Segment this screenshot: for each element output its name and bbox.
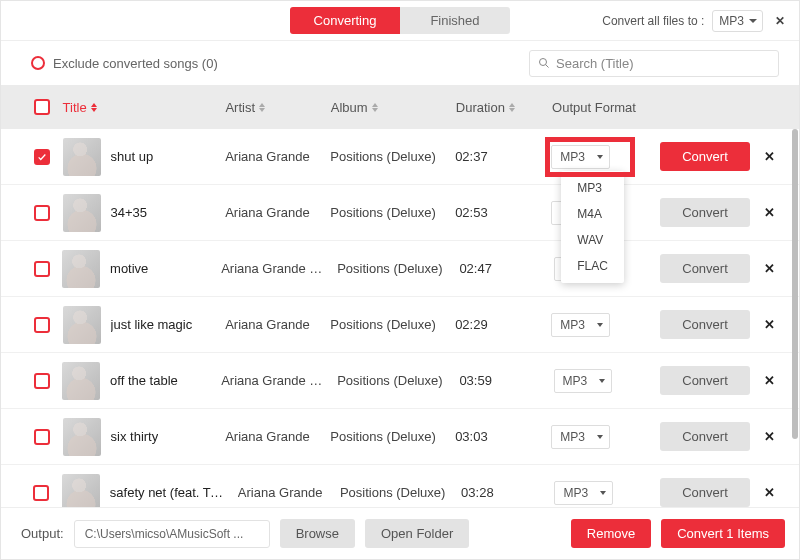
output-format-value: MP3 — [560, 318, 585, 332]
track-artist: Ariana Grande — [238, 485, 323, 500]
chevron-down-icon — [597, 435, 603, 439]
track-artist: Ariana Grande — [225, 317, 310, 332]
browse-button[interactable]: Browse — [280, 519, 355, 548]
select-all-checkbox[interactable] — [34, 99, 50, 115]
remove-row-icon[interactable]: ✕ — [760, 257, 779, 280]
app-window: Converting Finished Convert all files to… — [0, 0, 800, 560]
chevron-down-icon — [600, 491, 606, 495]
row-checkbox[interactable] — [33, 485, 49, 501]
output-format-value: MP3 — [563, 374, 588, 388]
chevron-down-icon — [597, 323, 603, 327]
convert-button[interactable]: Convert — [660, 478, 750, 507]
remove-row-icon[interactable]: ✕ — [760, 481, 779, 504]
table-row: just like magic Ariana Grande Positions … — [1, 297, 799, 353]
search-icon — [538, 57, 550, 69]
format-dropdown-panel: MP3M4AWAVFLAC — [561, 171, 624, 283]
album-thumbnail — [62, 250, 100, 288]
column-album-label: Album — [331, 100, 368, 115]
track-artist: Ariana Grande & ... — [221, 261, 327, 276]
radio-icon — [31, 56, 45, 70]
remove-row-icon[interactable]: ✕ — [760, 201, 779, 224]
tab-converting[interactable]: Converting — [290, 7, 400, 34]
convert-button[interactable]: Convert — [660, 254, 750, 283]
track-title: safety net (feat. Ty ... — [110, 485, 228, 500]
column-artist-label: Artist — [225, 100, 255, 115]
chevron-down-icon — [597, 155, 603, 159]
convert-all-select[interactable]: MP3 — [712, 10, 763, 32]
track-duration: 02:47 — [459, 261, 492, 276]
column-duration-label: Duration — [456, 100, 505, 115]
row-checkbox[interactable] — [34, 429, 50, 445]
output-format-select[interactable]: MP3 — [551, 313, 610, 337]
output-format-select[interactable]: MP3 — [551, 145, 610, 169]
convert-button[interactable]: Convert — [660, 198, 750, 227]
format-option[interactable]: WAV — [561, 227, 624, 253]
convert-all-label: Convert all files to : — [602, 14, 704, 28]
track-album: Positions (Deluxe) — [337, 373, 443, 388]
column-duration[interactable]: Duration — [456, 100, 542, 115]
row-checkbox[interactable] — [34, 261, 50, 277]
row-checkbox[interactable] — [34, 205, 50, 221]
track-album: Positions (Deluxe) — [337, 261, 443, 276]
track-title: off the table — [110, 373, 178, 388]
convert-button[interactable]: Convert — [660, 142, 750, 171]
format-option[interactable]: MP3 — [561, 175, 624, 201]
album-thumbnail — [63, 306, 101, 344]
remove-row-icon[interactable]: ✕ — [760, 425, 779, 448]
search-placeholder: Search (Title) — [556, 56, 634, 71]
output-format-select[interactable]: MP3 — [554, 481, 613, 505]
album-thumbnail — [63, 138, 101, 176]
column-title-label: Title — [63, 100, 87, 115]
close-icon[interactable]: ✕ — [771, 10, 789, 32]
top-bar: Converting Finished Convert all files to… — [1, 1, 799, 41]
sort-icon — [509, 103, 515, 112]
search-input[interactable]: Search (Title) — [529, 50, 779, 77]
exclude-label: Exclude converted songs (0) — [53, 56, 218, 71]
row-checkbox[interactable] — [34, 317, 50, 333]
output-format-select[interactable]: MP3 — [554, 369, 613, 393]
output-format-select[interactable]: MP3 — [551, 425, 610, 449]
scrollbar[interactable] — [792, 129, 798, 439]
track-title: 34+35 — [111, 205, 148, 220]
column-format-label: Output Format — [552, 100, 636, 115]
table-row: six thirty Ariana Grande Positions (Delu… — [1, 409, 799, 465]
track-album: Positions (Deluxe) — [330, 317, 436, 332]
remove-button[interactable]: Remove — [571, 519, 651, 548]
track-duration: 03:03 — [455, 429, 488, 444]
table-row: motive Ariana Grande & ... Positions (De… — [1, 241, 799, 297]
row-checkbox[interactable] — [34, 373, 50, 389]
column-output-format: Output Format — [552, 100, 651, 115]
chevron-down-icon — [749, 19, 757, 23]
open-folder-button[interactable]: Open Folder — [365, 519, 469, 548]
sort-icon — [259, 103, 265, 112]
track-album: Positions (Deluxe) — [330, 149, 436, 164]
output-path-field[interactable]: C:\Users\micso\AMusicSoft ... — [74, 520, 270, 548]
sub-bar: Exclude converted songs (0) Search (Titl… — [1, 41, 799, 85]
output-format-value: MP3 — [560, 150, 585, 164]
column-title[interactable]: Title — [63, 100, 216, 115]
convert-button[interactable]: Convert — [660, 310, 750, 339]
table-header: Title Artist Album Duration Output Forma… — [1, 85, 799, 129]
track-artist: Ariana Grande & ... — [221, 373, 327, 388]
format-option[interactable]: M4A — [561, 201, 624, 227]
table-row: 34+35 Ariana Grande Positions (Deluxe) 0… — [1, 185, 799, 241]
format-option[interactable]: FLAC — [561, 253, 624, 279]
row-checkbox[interactable] — [34, 149, 50, 165]
track-duration: 02:29 — [455, 317, 488, 332]
table-row: off the table Ariana Grande & ... Positi… — [1, 353, 799, 409]
convert-button[interactable]: Convert — [660, 366, 750, 395]
column-album[interactable]: Album — [331, 100, 446, 115]
remove-row-icon[interactable]: ✕ — [760, 145, 779, 168]
convert-items-button[interactable]: Convert 1 Items — [661, 519, 785, 548]
album-thumbnail — [63, 194, 101, 232]
exclude-converted-toggle[interactable]: Exclude converted songs (0) — [31, 56, 218, 71]
remove-row-icon[interactable]: ✕ — [760, 313, 779, 336]
tab-finished[interactable]: Finished — [400, 7, 510, 34]
convert-button[interactable]: Convert — [660, 422, 750, 451]
track-title: six thirty — [111, 429, 159, 444]
remove-row-icon[interactable]: ✕ — [760, 369, 779, 392]
output-format-value: MP3 — [560, 430, 585, 444]
column-artist[interactable]: Artist — [225, 100, 320, 115]
bottom-bar: Output: C:\Users\micso\AMusicSoft ... Br… — [1, 507, 799, 559]
output-label: Output: — [21, 526, 64, 541]
